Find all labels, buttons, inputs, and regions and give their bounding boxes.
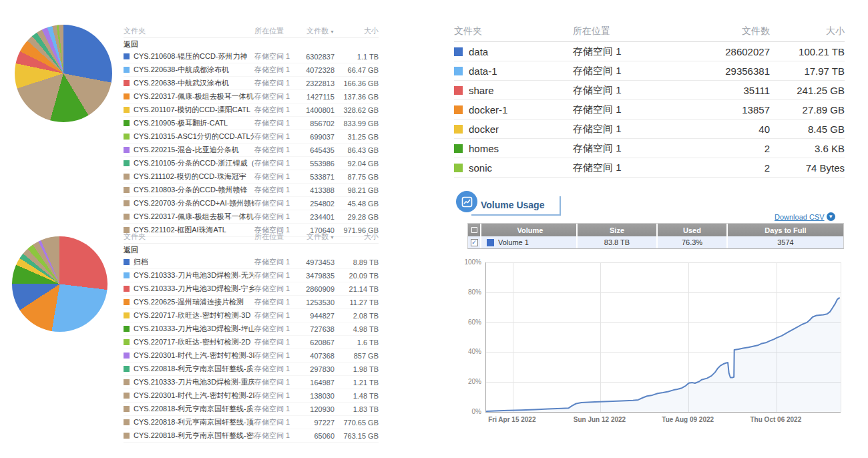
folder-row[interactable]: docker-1存储空间 11385727.89 GB — [454, 100, 845, 120]
folder-name[interactable]: CYS.210905-极耳翻折-CATL — [134, 118, 254, 128]
folder-name[interactable]: CYS.220317-佩康-极组去极耳一体机-缺陷检测 — [134, 91, 254, 101]
folder-name[interactable]: homes — [469, 143, 573, 154]
folder-name[interactable]: CYS.220317-佩康-极组去极耳一体机-定位 — [134, 212, 254, 222]
folder-row[interactable]: CYS.210333-刀片电池3D焊检测-坪山存储空间 17276384.98 … — [124, 322, 379, 336]
volume-row[interactable]: ✓ Volume 1 83.8 TB 76.3% 3574 — [468, 236, 843, 248]
folder-name[interactable]: CYS.220717-欣旺达-密封钉检测-3D — [134, 310, 254, 320]
header-size[interactable]: 大小 — [335, 26, 379, 36]
folder-color-swatch — [124, 67, 130, 73]
header-folder[interactable]: 文件夹 — [454, 25, 573, 37]
folder-name[interactable]: CYS.220638-中航武汉涂布机 — [134, 78, 254, 88]
folder-name[interactable]: CYS.220717-欣旺达-密封钉检测-2D — [134, 337, 254, 347]
folder-row[interactable]: CYS.210333-刀片电池3D焊检测-重庆存储空间 11649871.21 … — [124, 376, 379, 389]
folder-row[interactable]: CYS.210608-辊压的CCD-苏州力神存储空间 163028371.1 T… — [124, 50, 379, 63]
header-location[interactable]: 所在位置 — [254, 26, 297, 36]
folder-size: 1.21 TB — [335, 379, 379, 387]
folder-name[interactable]: CYS.220625-温州瑞浦连接片检测 — [134, 297, 254, 307]
folder-name[interactable]: CYS.220818-利元亨南京国轩整线-顶板激光焊缝-... — [134, 417, 254, 427]
folder-name[interactable]: data-1 — [469, 65, 573, 77]
folder-name[interactable]: CYS.210608-辊压的CCD-苏州力神 — [134, 51, 254, 61]
folder-row[interactable]: CYS.210315-ASC1分切的CCD-ATL分条机存储空间 1699037… — [124, 130, 379, 144]
folder-name[interactable]: CYS.210803-分条的CCD-赣州赣锋 — [134, 185, 254, 195]
header-size[interactable]: 大小 — [335, 232, 379, 242]
folder-row[interactable]: share存储空间 135111241.25 GB — [454, 81, 845, 100]
back-link[interactable]: 返回 — [124, 244, 379, 256]
folder-color-swatch — [454, 105, 463, 114]
folder-name[interactable]: CYS.220215-混合-比亚迪分条机 — [134, 145, 254, 155]
header-location[interactable]: 所在位置 — [254, 232, 297, 242]
folder-size: 137.36 GB — [335, 93, 379, 101]
folder-name[interactable]: CYS.201107-模切的CCD-溧阳CATL — [134, 105, 254, 115]
folder-location: 存储空间 1 — [254, 270, 297, 280]
folder-name[interactable]: CYS.210333-刀片电池3D焊检测-坪山 — [134, 324, 254, 334]
folder-row[interactable]: CYS.220818-利元亨南京国轩整线-顶板激光焊缝-...存储空间 1972… — [124, 416, 379, 429]
folder-row[interactable]: sonic存储空间 1274 Bytes — [454, 158, 845, 178]
header-file-count[interactable]: 文件数▼ — [297, 232, 335, 242]
folder-name[interactable]: CYS.210105-分条的CCD-浙江锂威（兰溪） — [134, 158, 254, 168]
volume-checkbox[interactable]: ✓ — [471, 239, 478, 246]
header-folder[interactable]: 文件夹 — [124, 26, 254, 36]
folder-location: 存储空间 1 — [254, 364, 297, 374]
folder-row[interactable]: CYS.220638-中航武汉涂布机存储空间 12322813166.36 GB — [124, 77, 379, 90]
folder-row[interactable]: CYS.220638-中航成都涂布机存储空间 1407232866.47 GB — [124, 63, 379, 77]
header-volume-size[interactable]: Size — [578, 224, 658, 236]
header-folder[interactable]: 文件夹 — [124, 232, 254, 242]
header-location[interactable]: 所在位置 — [573, 25, 690, 37]
folder-name[interactable]: CYS.220301-时代上汽-密封钉检测-3D — [134, 351, 254, 361]
folder-row[interactable]: data-1存储空间 12935638117.97 TB — [454, 61, 845, 81]
folder-row[interactable]: CYS.220818-利元亨南京国轩整线-质量焊-3D存储空间 12978301… — [124, 363, 379, 376]
folder-name[interactable]: CYS.220703-分条的CCD+AI-赣州赣锋 — [134, 198, 254, 208]
header-file-count[interactable]: 文件数▼ — [297, 26, 335, 36]
folder-row[interactable]: CYS.210333-刀片电池3D焊检测-无为-2期存储空间 134798352… — [124, 269, 379, 282]
folder-name[interactable]: docker-1 — [469, 104, 573, 116]
folder-row[interactable]: CYS.210905-极耳翻折-CATL存储空间 1856702833.99 G… — [124, 117, 379, 130]
folder-row[interactable]: CYS.220215-混合-比亚迪分条机存储空间 164543586.43 GB — [124, 144, 379, 157]
folder-name[interactable]: data — [469, 46, 573, 57]
folder-name[interactable]: CYS.210333-刀片电池3D焊检测-重庆 — [134, 377, 254, 387]
folder-name[interactable]: sonic — [469, 162, 573, 174]
folder-name[interactable]: CYS.210315-ASC1分切的CCD-ATL分条机 — [134, 132, 254, 142]
folder-row[interactable]: CYS.220818-利元亨南京国轩整线-密封钉存储空间 165060763.1… — [124, 429, 379, 443]
folder-location: 存储空间 1 — [254, 310, 297, 320]
folder-name[interactable]: CYS.210333-刀片电池3D焊检测-无为-2期 — [134, 270, 254, 280]
folder-name[interactable]: 归档 — [134, 257, 254, 267]
folder-row[interactable]: CYS.220625-温州瑞浦连接片检测存储空间 1125353011.27 T… — [124, 296, 379, 309]
folder-row[interactable]: CYS.220818-利元亨南京国轩整线-质量焊-2D存储空间 11209301… — [124, 403, 379, 416]
folder-row[interactable]: data存储空间 128602027100.21 TB — [454, 42, 845, 61]
folder-name[interactable]: CYS.220818-利元亨南京国轩整线-质量焊-3D — [134, 364, 254, 374]
folder-row[interactable]: docker存储空间 1408.45 GB — [454, 120, 845, 139]
header-used[interactable]: Used — [658, 224, 728, 236]
folder-name[interactable]: CYS.220301-时代上汽-密封钉检测-2D — [134, 391, 254, 401]
download-arrow-icon[interactable]: ▼ — [827, 212, 835, 221]
folder-name[interactable]: CYS.210333-刀片电池3D焊检测-宁乡 — [134, 284, 254, 294]
folder-row[interactable]: CYS.220317-佩康-极组去极耳一体机-定位存储空间 123440129.… — [124, 210, 379, 224]
folder-row[interactable]: CYS.220717-欣旺达-密封钉检测-2D存储空间 16208671.6 T… — [124, 336, 379, 349]
header-size[interactable]: 大小 — [770, 25, 845, 37]
folder-name[interactable]: CYS.220638-中航成都涂布机 — [134, 65, 254, 75]
back-link[interactable]: 返回 — [124, 38, 379, 50]
header-days-to-full[interactable]: Days to Full — [728, 224, 843, 236]
folder-row[interactable]: CYS.201107-模切的CCD-溧阳CATL存储空间 11400801328… — [124, 103, 379, 117]
folder-name[interactable]: CYS.211102-模切的CCD-珠海冠宇 — [134, 172, 254, 182]
download-csv-link[interactable]: Download CSV — [775, 213, 825, 221]
folder-name[interactable]: share — [469, 85, 573, 96]
header-volume[interactable]: Volume — [481, 224, 578, 236]
folder-row[interactable]: 归档存储空间 149734538.89 TB — [124, 256, 379, 269]
folder-row[interactable]: CYS.210105-分条的CCD-浙江锂威（兰溪）存储空间 155398692… — [124, 157, 379, 170]
folder-row[interactable]: CYS.210333-刀片电池3D焊检测-宁乡存储空间 1286090921.1… — [124, 282, 379, 296]
folder-name[interactable]: CYS.220818-利元亨南京国轩整线-密封钉 — [134, 431, 254, 441]
folder-file-count: 6302837 — [297, 53, 335, 61]
select-all-checkbox[interactable] — [468, 224, 481, 236]
folder-size: 328.62 GB — [335, 106, 379, 114]
folder-row[interactable]: homes存储空间 123.6 KB — [454, 139, 845, 158]
folder-row[interactable]: CYS.211102-模切的CCD-珠海冠宇存储空间 153387187.75 … — [124, 170, 379, 184]
folder-row[interactable]: CYS.220717-欣旺达-密封钉检测-3D存储空间 19448272.08 … — [124, 309, 379, 322]
folder-name[interactable]: docker — [469, 124, 573, 135]
folder-row[interactable]: CYS.220301-时代上汽-密封钉检测-2D存储空间 11380301.48… — [124, 389, 379, 403]
folder-row[interactable]: CYS.210803-分条的CCD-赣州赣锋存储空间 141338898.21 … — [124, 184, 379, 197]
folder-row[interactable]: CYS.220301-时代上汽-密封钉检测-3D存储空间 1407368857 … — [124, 349, 379, 363]
folder-row[interactable]: CYS.220703-分条的CCD+AI-赣州赣锋存储空间 125480245.… — [124, 197, 379, 210]
header-file-count[interactable]: 文件数 — [690, 25, 770, 37]
folder-row[interactable]: CYS.220317-佩康-极组去极耳一体机-缺陷检测存储空间 11427115… — [124, 90, 379, 103]
folder-name[interactable]: CYS.220818-利元亨南京国轩整线-质量焊-2D — [134, 404, 254, 414]
